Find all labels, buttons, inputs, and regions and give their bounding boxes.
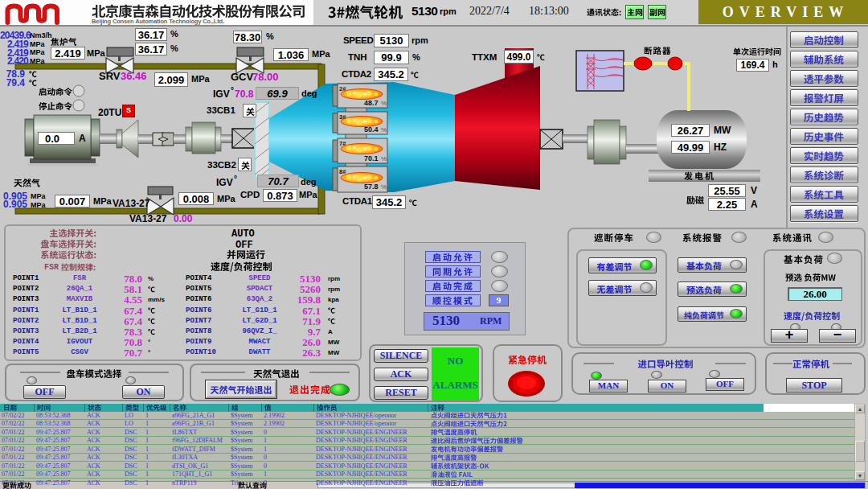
svg-text:2#: 2# [339,85,346,92]
svg-text:70.1: 70.1 [364,154,379,162]
svg-text:%: % [381,155,387,162]
svg-text:8#: 8# [339,168,346,175]
svg-text:%: % [381,126,387,134]
svg-text:%: % [381,183,387,191]
svg-text:%: % [381,100,387,107]
svg-text:7#: 7# [339,140,346,147]
svg-text:57.8: 57.8 [364,183,379,191]
svg-text:3#: 3# [339,113,346,121]
svg-text:48.7: 48.7 [364,99,379,107]
svg-text:50.4: 50.4 [364,125,379,134]
